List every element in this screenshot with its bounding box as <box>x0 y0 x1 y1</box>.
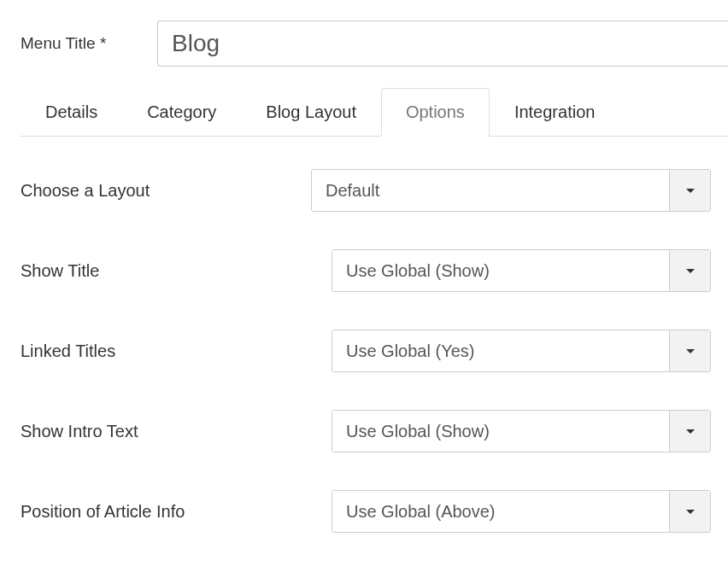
linked-titles-label: Linked Titles <box>21 341 311 361</box>
tab-details[interactable]: Details <box>21 88 122 137</box>
linked-titles-select[interactable]: Use Global (Yes) <box>332 330 711 372</box>
tab-bar: Details Category Blog Layout Options Int… <box>21 87 728 137</box>
tab-category[interactable]: Category <box>122 88 241 137</box>
show-title-select[interactable]: Use Global (Show) <box>332 249 711 292</box>
menu-title-label: Menu Title * <box>21 34 157 53</box>
chevron-down-icon <box>669 170 710 211</box>
choose-layout-value: Default <box>312 170 669 211</box>
chevron-down-icon <box>669 411 710 452</box>
position-article-info-value: Use Global (Above) <box>332 491 669 532</box>
show-title-label: Show Title <box>21 261 311 281</box>
choose-layout-select[interactable]: Default <box>311 169 711 212</box>
menu-title-input[interactable] <box>157 20 728 67</box>
position-article-info-select[interactable]: Use Global (Above) <box>332 490 711 533</box>
show-intro-text-select[interactable]: Use Global (Show) <box>332 410 711 452</box>
linked-titles-value: Use Global (Yes) <box>332 330 669 371</box>
tab-blog-layout[interactable]: Blog Layout <box>241 88 381 137</box>
position-article-info-label: Position of Article Info <box>21 502 311 522</box>
tab-options[interactable]: Options <box>381 88 490 137</box>
choose-layout-label: Choose a Layout <box>21 181 311 201</box>
show-title-value: Use Global (Show) <box>332 250 669 291</box>
show-intro-text-value: Use Global (Show) <box>332 411 669 452</box>
tab-integration[interactable]: Integration <box>490 88 620 137</box>
chevron-down-icon <box>669 250 710 291</box>
chevron-down-icon <box>669 491 710 532</box>
show-intro-text-label: Show Intro Text <box>21 422 311 441</box>
chevron-down-icon <box>669 330 710 371</box>
